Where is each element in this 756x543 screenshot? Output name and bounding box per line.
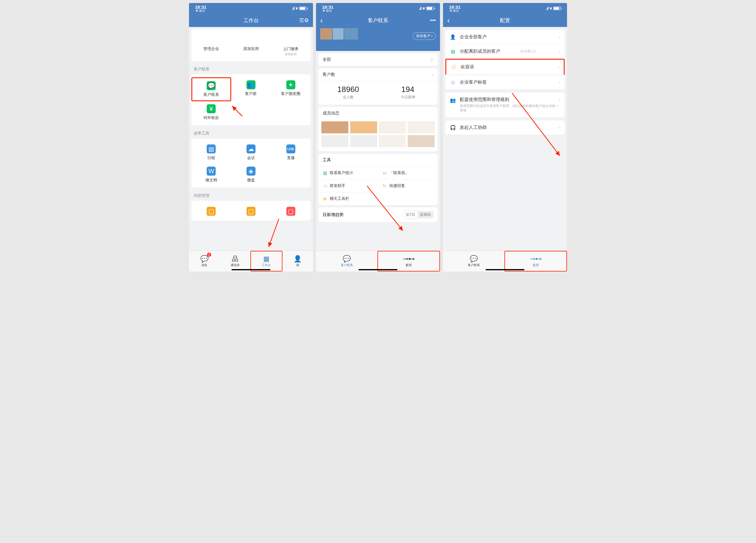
signal-icon: .ıl: [546, 6, 548, 11]
item-customer-contact[interactable]: 💬客户联系: [191, 77, 231, 101]
label: 添加应用: [243, 46, 259, 52]
tab-contacts[interactable]: 品通讯录: [220, 251, 251, 272]
stat-total: 18960总人数: [318, 85, 378, 100]
today-number: 194: [378, 85, 438, 94]
badge: 2: [207, 252, 211, 257]
page-title: 配置: [500, 17, 510, 24]
section-internal: 内部管理: [189, 190, 313, 198]
cloud-icon: ☁: [247, 144, 255, 153]
tabbar: 💬消息2 品通讯录 ▦工作台 👤我: [189, 250, 313, 272]
label: 群发助手: [330, 183, 345, 188]
user-icon: 👤: [450, 34, 456, 40]
item-meeting[interactable]: ☁会议: [231, 141, 271, 164]
section-efficiency: 效率工具: [189, 128, 313, 136]
trend-label: 日新增趋势: [323, 212, 344, 217]
battery-icon: [426, 7, 434, 10]
item-assist[interactable]: 🎧发起人工协助›: [445, 120, 565, 134]
chat-icon: ▭: [382, 170, 387, 175]
grid-icon: ⊞: [323, 196, 327, 201]
tab-label: 我: [296, 263, 299, 267]
status-back[interactable]: ◀ 微信: [195, 9, 206, 12]
tool-contact-stats[interactable]: ▨联系客户统计: [318, 166, 378, 179]
add-customer-button[interactable]: 添加客户 ›: [413, 32, 436, 40]
label: 会议: [247, 155, 255, 161]
battery-icon: [299, 7, 307, 10]
tab-workbench[interactable]: ▦工作台: [250, 251, 282, 272]
item-internal-1[interactable]: ▢: [191, 204, 231, 220]
segment-control[interactable]: 近7日近30日: [403, 211, 433, 218]
label: 分配离职成员的客户: [460, 49, 500, 54]
page-title: 客户联系: [368, 17, 388, 24]
item-customer-tags[interactable]: ◇企业客户标签›: [445, 75, 565, 90]
item-docs[interactable]: W微文档: [191, 164, 231, 186]
seg-7d[interactable]: 近7日: [403, 211, 418, 218]
item-customer-group[interactable]: 👥客户群: [231, 77, 271, 101]
item-manage-enterprise[interactable]: ⊸⊷管理企业: [191, 32, 231, 59]
item-assign-left[interactable]: ▤分配离职成员的客户待分配1人›: [445, 44, 565, 59]
headset-icon: 🎧: [450, 125, 456, 130]
filter-all[interactable]: 全部▽: [318, 53, 438, 66]
wifi-icon: ▾: [296, 6, 298, 11]
status-time: 18:31: [449, 5, 460, 9]
wifi-icon: ▾: [423, 6, 425, 11]
chat-icon: 💬: [470, 255, 478, 262]
tab-me[interactable]: 👤我: [282, 251, 313, 272]
item-drive[interactable]: ◈微盘: [231, 164, 271, 186]
tab-config[interactable]: ⊸⊷配置: [377, 251, 440, 272]
label: 日程: [207, 155, 215, 161]
label: 欢迎语: [461, 64, 474, 70]
item-onsite-service[interactable]: ▼上门服务疫期远程: [271, 32, 311, 59]
screen-customer-contact: 18:31◀ 微信 .ıl▾ ‹ 客户联系 ••• 添加客户 › 全部▽ 客户数…: [316, 3, 440, 272]
more-icon[interactable]: •••: [430, 14, 436, 27]
status-back[interactable]: ◀ 微信: [322, 9, 333, 12]
status-back[interactable]: ◀ 微信: [449, 9, 460, 12]
tools-header: 工具: [318, 154, 438, 166]
description: 使用范围中的成员可使用客户联系，他们添加的微信客户由企业统一管理: [460, 104, 559, 113]
tool-contact-me[interactable]: ▭「联系我」: [378, 166, 438, 179]
wifi-icon: ▾: [550, 6, 552, 11]
settings-icon[interactable]: ☰⚙: [299, 14, 309, 27]
live-icon: LIVE: [286, 144, 295, 153]
tools-section: 工具 ▨联系客户统计 ▭「联系我」 ◁群发助手 ↻快捷回复 ⊞聊天工具栏: [318, 154, 438, 205]
hint: 待分配1人: [520, 49, 537, 54]
back-button[interactable]: ‹: [447, 14, 450, 27]
label: 客户群: [245, 91, 257, 96]
item-all-customers[interactable]: 👤企业全部客户›: [445, 30, 565, 44]
seg-30d[interactable]: 近30日: [418, 211, 433, 218]
item-welcome-msg[interactable]: ㋪欢迎语›: [445, 59, 565, 75]
trend-row: 日新增趋势 近7日近30日: [318, 207, 438, 222]
aperture-icon: ✦: [286, 80, 295, 89]
item-customer-moments[interactable]: ✦客户朋友圈: [271, 77, 311, 101]
tab-customer-contact[interactable]: 💬客户联系: [316, 251, 377, 272]
item-live[interactable]: LIVE直播: [271, 141, 311, 164]
customer-count-row[interactable]: 客户数›: [318, 68, 438, 81]
item-config-scope[interactable]: 👥 配置使用范围和管理规则使用范围中的成员可使用客户联系，他们添加的微信客户由企…: [445, 93, 565, 117]
profile-header: 添加客户 ›: [316, 27, 440, 51]
screen-workbench: 18:31◀ 微信 .ıl▾ 工作台 ☰⚙ ⊸⊷管理企业 ▣⁺添加应用 ▼上门服…: [189, 3, 313, 272]
item-external-pay[interactable]: ¥对外收款: [191, 101, 231, 123]
tab-label: 客户联系: [341, 263, 353, 267]
tie-icon: ▼: [286, 35, 295, 44]
tool-quick-reply[interactable]: ↻快捷回复: [378, 179, 438, 192]
label: 发起人工协助: [460, 125, 487, 130]
today-label: 今日新增: [378, 95, 438, 100]
chevron-right-icon: ›: [559, 49, 560, 54]
back-button[interactable]: ‹: [320, 14, 323, 27]
nav-bar: 工作台 ☰⚙: [189, 14, 313, 27]
grid-icon: ▦: [263, 255, 270, 262]
total-label: 总人数: [318, 95, 378, 100]
label: 上门服务: [283, 46, 299, 52]
tab-messages[interactable]: 💬消息2: [189, 251, 220, 272]
square-icon: ▢: [286, 207, 295, 216]
app-plus-icon: ▣⁺: [247, 35, 255, 44]
tab-customer-contact[interactable]: 💬客户联系: [443, 251, 504, 272]
battery-icon: [553, 7, 561, 10]
tab-config[interactable]: ⊸⊷配置: [504, 251, 567, 272]
label: 聊天工具栏: [330, 196, 349, 201]
tab-label: 配置: [533, 263, 539, 267]
tool-bulk-send[interactable]: ◁群发助手: [318, 179, 378, 192]
square-icon: ▢: [207, 207, 216, 216]
tool-chat-toolbar[interactable]: ⊞聊天工具栏: [318, 192, 378, 205]
item-calendar[interactable]: ▤日程: [191, 141, 231, 164]
item-add-app[interactable]: ▣⁺添加应用: [231, 32, 271, 59]
